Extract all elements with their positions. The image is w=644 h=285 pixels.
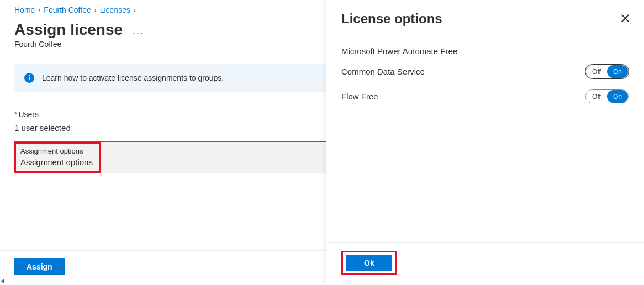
panel-body: Microsoft Power Automate Free Common Dat…	[326, 32, 644, 103]
breadcrumb-licenses[interactable]: Licenses	[100, 6, 130, 14]
toggle-label: Common Data Service	[341, 67, 425, 76]
panel-footer: Ok	[326, 242, 644, 285]
breadcrumb: Home › Fourth Coffee › Licenses ›	[0, 6, 326, 19]
scroll-left-icon[interactable]	[1, 278, 4, 284]
main-panel: Home › Fourth Coffee › Licenses › Assign…	[0, 0, 326, 285]
breadcrumb-home[interactable]: Home	[14, 6, 35, 14]
assign-button[interactable]: Assign	[14, 258, 65, 275]
page-subtitle: Fourth Coffee	[0, 40, 326, 64]
toggle-off[interactable]: Off	[586, 65, 607, 78]
ok-button[interactable]: Ok	[346, 255, 392, 271]
info-banner: i Learn how to activate license assignme…	[14, 64, 326, 92]
panel-header: License options	[326, 0, 644, 32]
toggle-row-common-data-service: Common Data Service Off On	[341, 65, 629, 78]
assignment-options-value: Assignment options	[20, 157, 93, 167]
chevron-right-icon: ›	[134, 6, 136, 14]
assignment-options-highlight: Assignment options Assignment options	[14, 142, 101, 173]
toggle-common-data-service[interactable]: Off On	[585, 65, 629, 78]
license-plan-name: Microsoft Power Automate Free	[341, 46, 629, 56]
more-options-button[interactable]: ···	[133, 22, 144, 39]
chevron-right-icon: ›	[38, 6, 40, 14]
users-value: 1 user selected	[14, 123, 312, 133]
users-field[interactable]: *Users 1 user selected	[0, 103, 326, 141]
page-title: Assign license	[14, 21, 123, 39]
toggle-off[interactable]: Off	[586, 90, 607, 103]
toggle-label: Flow Free	[341, 92, 378, 101]
chevron-right-icon: ›	[94, 6, 97, 14]
page-header: Assign license ···	[0, 19, 326, 40]
assignment-options-label: Assignment options	[20, 147, 93, 155]
toggle-row-flow-free: Flow Free Off On	[341, 89, 629, 103]
toggle-on[interactable]: On	[607, 65, 628, 78]
toggle-on[interactable]: On	[607, 90, 628, 103]
main-footer: Assign	[0, 250, 326, 285]
breadcrumb-fourth-coffee[interactable]: Fourth Coffee	[44, 6, 91, 14]
info-icon: i	[24, 73, 34, 83]
ok-button-highlight: Ok	[341, 251, 397, 275]
toggle-flow-free[interactable]: Off On	[585, 89, 629, 103]
assignment-options-section[interactable]: Assignment options Assignment options	[14, 141, 326, 173]
info-banner-text: Learn how to activate license assignment…	[42, 73, 224, 82]
license-options-panel: License options Microsoft Power Automate…	[326, 0, 644, 285]
users-label: *Users	[14, 110, 312, 119]
panel-title: License options	[341, 11, 442, 27]
close-icon[interactable]	[621, 14, 630, 23]
